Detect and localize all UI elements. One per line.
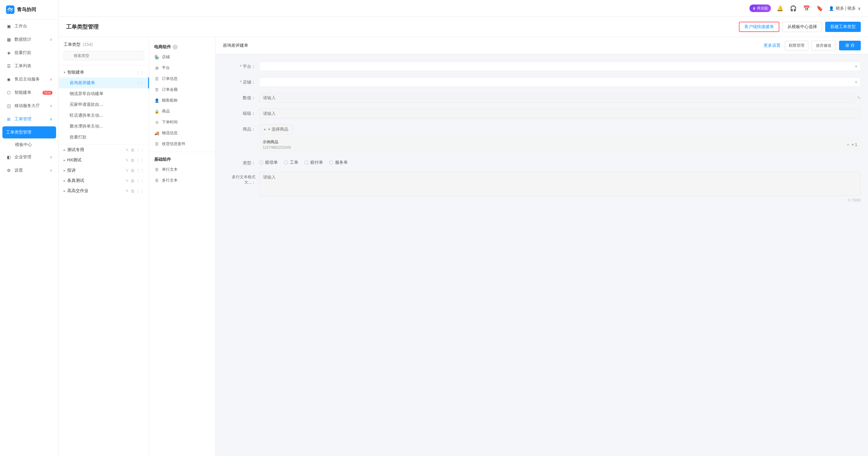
radio-compensation-pay[interactable]: 赔付单 <box>304 160 323 165</box>
template-center-button[interactable]: 从模板中心选择 <box>782 22 822 32</box>
product-info: 示例商品 12274862231549 <box>263 139 291 150</box>
comp-logistics-label: 物流信息 <box>162 130 178 136</box>
delete-icon-1[interactable]: 🗑 <box>131 148 134 152</box>
dots-icon-4[interactable]: ⋮⋮ <box>136 179 144 183</box>
shop-comp-icon: 🏪 <box>154 54 159 60</box>
sidebar-item-data-stats[interactable]: ▦ 数据统计 ∨ <box>0 33 59 46</box>
edit-icon-4[interactable]: ✎ <box>125 179 129 183</box>
type-item-store-notify[interactable]: 旺店通拆单主动... <box>59 110 149 121</box>
dots-icon-5[interactable]: ⋮⋮ <box>136 189 144 193</box>
info-icon[interactable]: ⓘ <box>173 44 178 50</box>
comp-shop-label: 店铺 <box>162 54 170 60</box>
shop-select[interactable] <box>259 77 861 87</box>
type-item-gather-water[interactable]: 聚水潭拆单主动... <box>59 121 149 132</box>
edit-icon-2[interactable]: ✎ <box>125 158 129 162</box>
edit-pencil-icon[interactable]: ✎ <box>857 95 861 100</box>
radio-service[interactable]: 服务单 <box>329 160 348 165</box>
type-group-header-complaint[interactable]: ▸ 投诉 ✎ 🗑 ⋮⋮ <box>59 165 149 176</box>
comp-customer-nick[interactable]: 👤 顾客昵称 <box>149 95 215 106</box>
sidebar-item-settings[interactable]: ⚙ 设置 ∨ <box>0 164 59 177</box>
multitext-textarea[interactable] <box>259 172 861 196</box>
comp-delivery-kit[interactable]: ☰ 收货信息套件 <box>149 139 215 149</box>
type-group-header-zhen-test[interactable]: ▸ 条真测试 ✎ 🗑 ⋮⋮ <box>59 176 149 186</box>
value-input[interactable] <box>259 93 855 102</box>
type-list-count: (154) <box>83 42 93 47</box>
product-quantity: × 1 <box>852 142 857 147</box>
sidebar-item-ticket-mgmt[interactable]: ⊞ 工单管理 ∧ <box>0 113 59 126</box>
sidebar-item-smart-ticket[interactable]: ⬡ 智能建单 NEW <box>0 86 59 99</box>
select-product-button[interactable]: + + 选择商品 <box>259 124 293 134</box>
group-actions-complaint: ✎ 🗑 ⋮⋮ <box>125 168 144 173</box>
comp-logistics[interactable]: 🚚 物流信息 <box>149 128 215 139</box>
more-settings-button[interactable]: 更多设置 <box>763 41 782 50</box>
type-group-header-hx-test[interactable]: ▸ HX测试 ✎ 🗑 ⋮⋮ <box>59 155 149 165</box>
list-icon[interactable]: ☰ <box>132 135 135 139</box>
type-item-consult-diff[interactable]: 咨询差评建单 ⋮⋮ <box>59 78 149 88</box>
user-info[interactable]: 👤 晓多 | 晓多 ∨ <box>829 6 861 11</box>
delete-icon-4[interactable]: 🗑 <box>131 179 134 183</box>
radio-group-type: 赔偿单 工单 赔付单 <box>259 158 861 165</box>
comp-order-amount[interactable]: ☰ 订单金额 <box>149 84 215 95</box>
dots-icon-1[interactable]: ⋮⋮ <box>136 148 144 152</box>
abandon-button[interactable]: 放弃修改 <box>811 41 836 50</box>
dots-icon-3[interactable]: ⋮⋮ <box>136 168 144 173</box>
comp-shop[interactable]: 🏪 店铺 <box>149 52 215 62</box>
select-product-label: + 选择商品 <box>268 127 288 132</box>
bell-icon[interactable]: 🔔 <box>776 4 784 13</box>
user-name: 晓多 | 晓多 <box>836 6 856 11</box>
client-quick-build-button[interactable]: 客户端快捷建单 <box>739 22 779 32</box>
edit-icon-3[interactable]: ✎ <box>125 168 129 173</box>
sidebar-item-ticket-list[interactable]: ☰ 工单列表 <box>0 59 59 73</box>
dots-icon[interactable]: ⋮⋮ <box>136 70 144 75</box>
comp-platform[interactable]: ⊞ 平台 <box>149 62 215 73</box>
chevron-up-icon: ∧ <box>50 117 53 121</box>
type-item-batch-pay[interactable]: 批量打款 ☰ ⋮⋮ <box>59 132 149 143</box>
delete-icon-3[interactable]: 🗑 <box>131 168 134 173</box>
comp-order-time[interactable]: ⊙ 下单时间 <box>149 117 215 128</box>
sidebar-item-template-center[interactable]: 模板中心 <box>0 139 59 151</box>
type-item-buyer-refund[interactable]: 买家申请退款自... <box>59 99 149 110</box>
type-group-label-smart: 智能建单 <box>67 70 136 75</box>
platform-comp-icon: ⊞ <box>154 65 159 70</box>
app-logo-text: 青鸟协同 <box>17 7 36 13</box>
type-group-header-high-hw[interactable]: ▸ 高高交作业 ✎ 🗑 ⋮⋮ <box>59 186 149 196</box>
comp-order-info[interactable]: ☰ 订单信息 <box>149 73 215 84</box>
headset-icon[interactable]: 🎧 <box>789 4 798 13</box>
type-group-header-test-special[interactable]: ▸ 测试专用 ✎ 🗑 ⋮⋮ <box>59 145 149 155</box>
form-row-platform: 平台： <box>223 62 861 71</box>
permission-mgmt-button[interactable]: 权限管理 <box>785 41 808 50</box>
order-info-icon: ☰ <box>154 76 159 82</box>
dots-icon-batch[interactable]: ⋮⋮ <box>137 135 144 139</box>
chevron-right-icon-2: ▸ <box>64 158 65 162</box>
sidebar-label-template-center: 模板中心 <box>15 142 32 148</box>
delete-icon-5[interactable]: 🗑 <box>131 189 134 193</box>
header-actions: ♛ 商业版 🔔 🎧 📅 🔖 👤 晓多 | 晓多 ∨ <box>749 4 861 13</box>
comp-single-text[interactable]: ☰ 单行文本 <box>149 164 215 175</box>
search-type-input[interactable] <box>64 51 144 60</box>
radio-compensation[interactable]: 赔偿单 <box>259 160 278 165</box>
sidebar-item-after-service[interactable]: ◉ 售后主动服务 ∨ <box>0 73 59 86</box>
save-button[interactable]: 保 存 <box>839 41 861 50</box>
type-group-header-smart-build[interactable]: ▾ 智能建单 ⋮⋮ <box>59 67 149 78</box>
delete-icon-2[interactable]: 🗑 <box>131 158 134 162</box>
dots-icon-2[interactable]: ⋮⋮ <box>136 158 144 162</box>
dots-icon-item[interactable]: ⋮⋮ <box>136 81 143 85</box>
sidebar-item-workbench[interactable]: ▣ 工作台 <box>0 20 59 33</box>
edit-icon-1[interactable]: ✎ <box>125 148 129 152</box>
new-ticket-type-button[interactable]: 新建工单类型 <box>825 22 861 32</box>
comp-goods[interactable]: 🔒 商品 <box>149 106 215 117</box>
xixi-input[interactable] <box>259 109 861 118</box>
type-item-logistics-auto[interactable]: 物流异常自动建单 <box>59 88 149 99</box>
radio-workorder[interactable]: 工单 <box>284 160 298 165</box>
calendar-icon[interactable]: 📅 <box>802 4 811 13</box>
settings-icon: ⚙ <box>6 168 11 173</box>
platform-select[interactable] <box>259 62 861 71</box>
sidebar-item-ticket-type-mgmt[interactable]: 工单类型管理 <box>2 126 56 139</box>
sidebar-item-batch-pay[interactable]: ◈ 批量打款 <box>0 46 59 59</box>
bookmark-icon[interactable]: 🔖 <box>815 4 824 13</box>
sidebar-item-enterprise-mgmt[interactable]: ◧ 企业管理 ∨ <box>0 151 59 164</box>
close-product-icon[interactable]: × <box>847 142 849 147</box>
comp-multi-text[interactable]: ☰ 多行文本 <box>149 175 215 186</box>
edit-icon-5[interactable]: ✎ <box>125 189 129 193</box>
sidebar-item-mobile-hall[interactable]: ◫ 移动服务大厅 ∨ <box>0 99 59 113</box>
